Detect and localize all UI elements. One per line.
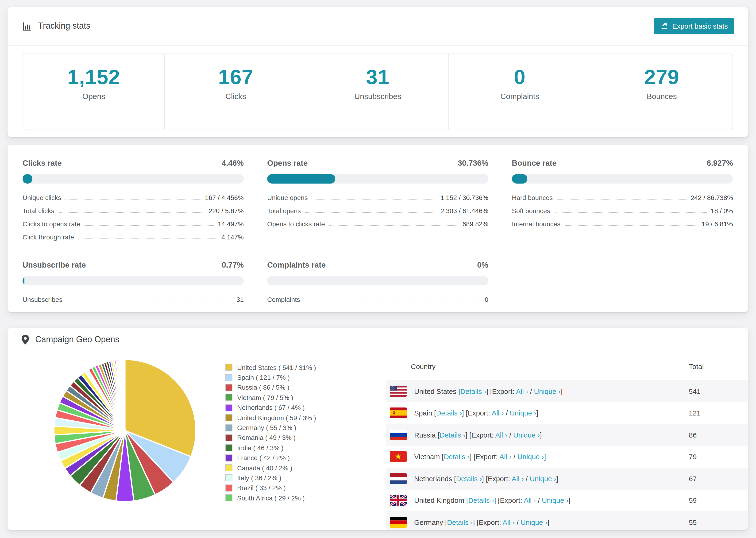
rate-head: Bounce rate6.927% xyxy=(512,159,733,168)
details-link[interactable]: Details › xyxy=(444,453,469,461)
progress-bar xyxy=(23,276,244,286)
stat-value: 0 xyxy=(449,65,590,89)
legend-item: United States ( 541 / 31% ) xyxy=(225,362,316,372)
stat-label: Unsubscribes xyxy=(307,92,449,101)
geo-table-header: Country Total xyxy=(386,352,748,380)
legend-label: Russia ( 86 / 5% ) xyxy=(237,384,290,391)
details-link[interactable]: Details › xyxy=(447,518,473,526)
export-basic-stats-button[interactable]: Export basic stats xyxy=(654,18,734,34)
rate-row-value: 4.147% xyxy=(221,233,244,241)
export-all-link[interactable]: All › xyxy=(512,475,524,483)
export-unique-link[interactable]: Unique › xyxy=(510,409,536,417)
card-title: Tracking stats xyxy=(38,21,90,31)
stat-value: 1,152 xyxy=(23,65,165,89)
legend-label: Germany ( 55 / 3% ) xyxy=(237,424,296,431)
export-all-link[interactable]: All › xyxy=(524,497,536,505)
dotted-leader xyxy=(565,225,697,226)
rate-row: Unsubscribes31 xyxy=(23,293,244,306)
rate-row: Opens to clicks rate689.82% xyxy=(267,217,488,231)
rate-row: Total opens2,303 / 61.446% xyxy=(267,204,488,217)
stat-label: Clicks xyxy=(165,92,307,101)
rate-rows: Hard bounces242 / 86.738%Soft bounces18 … xyxy=(512,191,733,231)
legend-label: Netherlands ( 67 / 4% ) xyxy=(237,404,305,411)
export-unique-link[interactable]: Unique › xyxy=(530,475,556,483)
stat-value: 279 xyxy=(591,65,732,89)
dotted-leader xyxy=(305,212,436,213)
legend-swatch xyxy=(225,434,233,441)
dotted-leader xyxy=(304,301,480,301)
rate-head: Complaints rate0% xyxy=(267,260,488,269)
rate-row-label: Clicks to opens rate xyxy=(23,220,80,228)
export-unique-link[interactable]: Unique › xyxy=(517,453,544,461)
legend-swatch xyxy=(225,484,233,492)
rate-row-label: Click through rate xyxy=(23,233,74,241)
legend-swatch xyxy=(225,474,233,481)
details-link[interactable]: Details › xyxy=(456,475,482,483)
legend-item: Brazil ( 33 / 2% ) xyxy=(225,483,316,493)
rate-title: Unsubscribe rate xyxy=(23,260,86,269)
dotted-leader xyxy=(84,225,214,226)
export-all-link[interactable]: All › xyxy=(499,453,512,461)
details-link[interactable]: Details › xyxy=(436,409,462,417)
progress-bar xyxy=(267,276,488,286)
rate-rows: Unique opens1,152 / 30.736%Total opens2,… xyxy=(267,191,488,231)
rate-row: Clicks to opens rate14.497% xyxy=(23,217,244,231)
dotted-leader xyxy=(312,199,436,199)
export-unique-link[interactable]: Unique › xyxy=(534,387,561,395)
rate-row: Complaints0 xyxy=(267,293,488,306)
rate-row-value: 220 / 5.87% xyxy=(209,207,244,215)
rate-row-value: 167 / 4.456% xyxy=(205,194,244,201)
export-unique-link[interactable]: Unique › xyxy=(521,518,547,526)
rate-row-label: Hard bounces xyxy=(512,194,553,201)
rate-row: Total clicks220 / 5.87% xyxy=(23,204,244,217)
details-link[interactable]: Details › xyxy=(440,431,465,439)
export-unique-link[interactable]: Unique › xyxy=(542,497,568,505)
legend-label: United Kingdom ( 59 / 3% ) xyxy=(237,414,316,421)
legend-item: Spain ( 121 / 7% ) xyxy=(225,372,316,383)
card-title-row: Tracking stats xyxy=(22,21,90,31)
dotted-leader xyxy=(554,212,706,213)
geo-table: Country Total United States [Details ›] … xyxy=(386,352,748,530)
legend-label: Vietnam ( 79 / 5% ) xyxy=(237,394,293,402)
export-all-link[interactable]: All › xyxy=(495,431,507,439)
legend-item: Netherlands ( 67 / 4% ) xyxy=(225,403,316,413)
details-link[interactable]: Details › xyxy=(468,497,494,505)
rate-value: 30.736% xyxy=(458,159,488,168)
tracking-stats-header: Tracking stats Export basic stats xyxy=(8,7,748,45)
rate-row-label: Internal bounces xyxy=(512,220,561,228)
rate-row-value: 242 / 86.738% xyxy=(690,194,733,201)
rate-row-value: 0 xyxy=(485,296,488,303)
rate-row-label: Total opens xyxy=(267,207,301,215)
rates-grid: Clicks rate4.46%Unique clicks167 / 4.456… xyxy=(8,144,748,306)
rate-row-label: Opens to clicks rate xyxy=(267,220,325,228)
rate-rows: Unique clicks167 / 4.456%Total clicks220… xyxy=(23,191,244,243)
export-all-link[interactable]: All › xyxy=(503,518,515,526)
stat-label: Opens xyxy=(23,92,165,101)
export-all-link[interactable]: All › xyxy=(516,387,528,395)
export-all-link[interactable]: All › xyxy=(492,409,504,417)
flag-nl-icon xyxy=(390,473,406,484)
rates-card: Clicks rate4.46%Unique clicks167 / 4.456… xyxy=(8,144,748,312)
legend-label: Canada ( 40 / 2% ) xyxy=(237,464,292,471)
flag-es-icon xyxy=(390,408,406,418)
legend-swatch xyxy=(225,454,233,461)
details-link[interactable]: Details › xyxy=(460,387,486,395)
dotted-leader xyxy=(58,212,204,213)
rate-row: Unique clicks167 / 4.456% xyxy=(23,191,244,204)
rate-row-label: Unique clicks xyxy=(23,194,61,201)
legend-swatch xyxy=(225,414,233,421)
stats-summary: 1,152Opens167Clicks31Unsubscribes0Compla… xyxy=(23,54,733,130)
rate-row-value: 1,152 / 30.736% xyxy=(441,194,488,201)
country-cell: Russia [Details ›] [Export: All › / Uniq… xyxy=(414,431,689,439)
legend-item: Italy ( 36 / 2% ) xyxy=(225,473,316,483)
legend-item: France ( 42 / 2% ) xyxy=(225,453,316,463)
rate-block-unsubscribe-rate: Unsubscribe rate0.77%Unsubscribes31 xyxy=(23,260,244,306)
stat-value: 31 xyxy=(307,65,449,89)
rate-row: Internal bounces19 / 6.81% xyxy=(512,217,733,231)
total-cell: 59 xyxy=(689,497,748,505)
dotted-leader xyxy=(78,239,217,239)
rate-row: Hard bounces242 / 86.738% xyxy=(512,191,733,204)
export-unique-link[interactable]: Unique › xyxy=(513,431,540,439)
geo-body: United States ( 541 / 31% )Spain ( 121 /… xyxy=(8,352,748,530)
rate-title: Bounce rate xyxy=(512,159,557,168)
